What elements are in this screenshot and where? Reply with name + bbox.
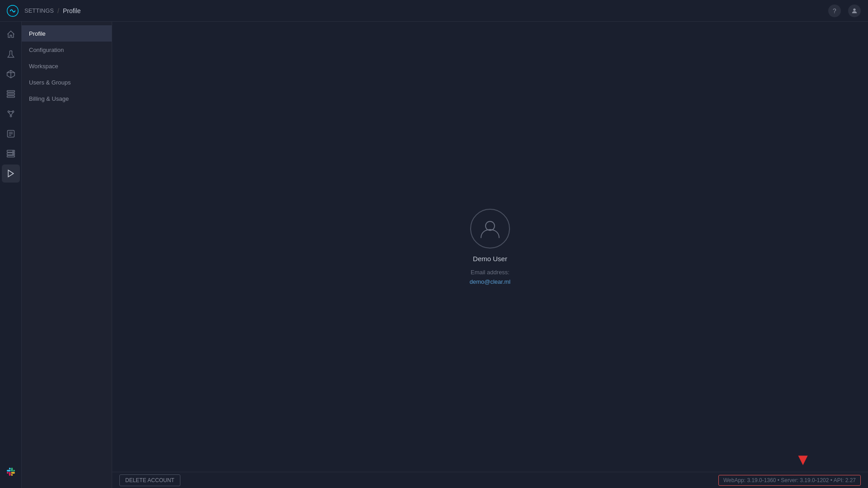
- settings-sidebar: Profile Configuration Workspace Users & …: [22, 22, 112, 488]
- svg-point-10: [12, 111, 14, 112]
- left-nav: [0, 22, 22, 488]
- svg-line-14: [11, 113, 13, 116]
- profile-email-value: demo@clear.ml: [470, 278, 511, 285]
- sidebar-item-profile[interactable]: Profile: [22, 25, 112, 42]
- nav-item-datasets[interactable]: [2, 85, 20, 103]
- sidebar-item-configuration[interactable]: Configuration: [22, 42, 112, 58]
- topbar: SETTINGS / Profile ?: [0, 0, 868, 22]
- user-menu-button[interactable]: [848, 5, 861, 17]
- version-info: WebApp: 3.19.0-1360 • Server: 3.19.0-120…: [718, 475, 861, 486]
- delete-account-button[interactable]: DELETE ACCOUNT: [119, 474, 180, 486]
- nav-item-orchestration[interactable]: [2, 145, 20, 163]
- topbar-left: SETTINGS / Profile: [5, 4, 81, 18]
- help-button[interactable]: ?: [828, 5, 841, 17]
- svg-marker-24: [8, 170, 14, 177]
- app-logo[interactable]: [5, 4, 20, 18]
- svg-rect-6: [7, 91, 14, 92]
- nav-item-home[interactable]: [2, 25, 20, 43]
- bottom-bar: DELETE ACCOUNT ▼ WebApp: 3.19.0-1360 • S…: [112, 472, 868, 488]
- breadcrumb-current: Profile: [63, 7, 81, 14]
- nav-item-deployments[interactable]: [2, 164, 20, 183]
- svg-rect-8: [7, 96, 14, 97]
- nav-item-models[interactable]: [2, 65, 20, 83]
- red-arrow-annotation: ▼: [795, 451, 811, 468]
- sidebar-item-billing-usage[interactable]: Billing & Usage: [22, 90, 112, 107]
- nav-item-reports[interactable]: [2, 125, 20, 143]
- sidebar-item-workspace[interactable]: Workspace: [22, 58, 112, 74]
- nav-item-slack[interactable]: [2, 463, 20, 481]
- svg-point-22: [13, 151, 14, 152]
- svg-point-23: [13, 154, 14, 155]
- svg-line-13: [9, 113, 11, 116]
- svg-point-11: [10, 115, 11, 117]
- breadcrumb-separator: /: [57, 7, 59, 14]
- avatar: [470, 209, 510, 249]
- main-layout: Profile Configuration Workspace Users & …: [0, 22, 868, 488]
- svg-point-1: [853, 8, 855, 10]
- svg-point-25: [486, 221, 495, 230]
- sidebar-item-users-groups[interactable]: Users & Groups: [22, 74, 112, 90]
- breadcrumb-settings[interactable]: SETTINGS: [24, 7, 54, 14]
- profile-name: Demo User: [473, 255, 507, 263]
- svg-rect-21: [7, 155, 14, 157]
- profile-card: Demo User Email address: demo@clear.ml: [470, 209, 511, 285]
- content-area: Demo User Email address: demo@clear.ml D…: [112, 22, 868, 488]
- topbar-right: ?: [828, 5, 861, 17]
- profile-section: Demo User Email address: demo@clear.ml: [112, 22, 868, 472]
- svg-point-9: [8, 111, 9, 112]
- nav-item-experiments[interactable]: [2, 45, 20, 63]
- breadcrumb: SETTINGS / Profile: [24, 7, 81, 14]
- profile-email-label: Email address:: [471, 269, 509, 276]
- nav-item-pipelines[interactable]: [2, 105, 20, 123]
- svg-rect-7: [7, 93, 14, 94]
